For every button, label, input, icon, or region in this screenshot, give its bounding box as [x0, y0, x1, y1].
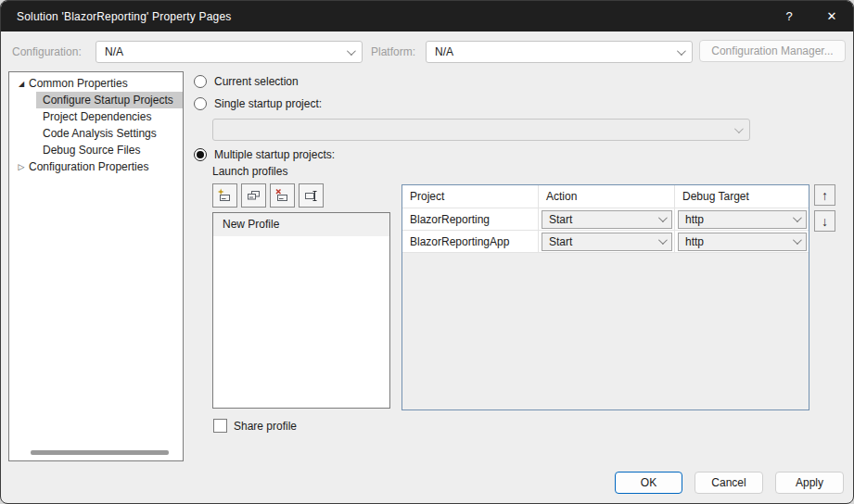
clone-profile-button[interactable] — [241, 183, 266, 208]
radio-label: Current selection — [214, 75, 299, 88]
table-row[interactable]: BlazorReporting Start http — [402, 208, 809, 231]
grid-header: Project Action Debug Target — [402, 185, 809, 208]
radio-label: Single startup project: — [214, 97, 322, 110]
property-tree: ◢ Common Properties Configure Startup Pr… — [8, 71, 184, 461]
radio-current-selection[interactable]: Current selection — [194, 75, 299, 88]
delete-profile-icon — [274, 188, 290, 203]
chevron-down-icon — [677, 46, 686, 56]
move-up-button[interactable]: ↑ — [814, 184, 835, 206]
configuration-label: Configuration: — [12, 45, 82, 58]
action-cell: Start — [539, 231, 675, 252]
profiles-list: New Profile — [212, 212, 390, 409]
chevron-down-icon — [658, 235, 668, 245]
ok-button[interactable]: OK — [615, 472, 682, 494]
debug-target-cell: http — [675, 208, 809, 230]
window-controls: ? ✕ — [768, 1, 853, 32]
chevron-down-icon — [793, 235, 802, 245]
table-row[interactable]: BlazorReportingApp Start http — [402, 231, 809, 253]
tree-item-code-analysis-settings[interactable]: Code Analysis Settings — [9, 125, 183, 142]
radio-label: Multiple startup projects: — [214, 148, 335, 161]
share-profile-label: Share profile — [234, 420, 297, 433]
move-down-button[interactable]: ↓ — [814, 210, 835, 232]
close-icon[interactable]: ✕ — [810, 1, 853, 32]
apply-button[interactable]: Apply — [775, 472, 844, 494]
tree-item-label: Code Analysis Settings — [43, 127, 157, 140]
tree-item-label: Debug Source Files — [43, 144, 140, 157]
list-item[interactable]: New Profile — [213, 213, 389, 236]
tree-item-configuration-properties[interactable]: ▷ Configuration Properties — [9, 158, 183, 175]
share-profile-checkbox-row[interactable]: Share profile — [213, 419, 297, 433]
arrow-up-icon: ↑ — [822, 188, 828, 203]
cancel-button[interactable]: Cancel — [695, 472, 763, 494]
radio-checked-icon[interactable] — [194, 148, 207, 161]
launch-profiles-label: Launch profiles — [212, 165, 287, 178]
tree-item-label: Configuration Properties — [29, 160, 148, 173]
radio-single-startup[interactable]: Single startup project: — [194, 97, 322, 110]
chevron-down-icon — [347, 46, 356, 56]
platform-label: Platform: — [371, 45, 415, 58]
debug-target-dropdown[interactable]: http — [678, 233, 807, 251]
column-header-debug-target[interactable]: Debug Target — [675, 185, 809, 208]
tree-item-label: Common Properties — [29, 77, 128, 90]
configuration-manager-button[interactable]: Configuration Manager... — [699, 40, 846, 62]
clone-profile-icon — [246, 188, 261, 203]
help-icon[interactable]: ? — [768, 1, 810, 32]
horizontal-scrollbar[interactable] — [31, 450, 169, 455]
tree-expanded-icon[interactable]: ◢ — [14, 80, 29, 88]
title-bar: Solution 'BlazorReporting' Property Page… — [1, 1, 853, 32]
delete-profile-button[interactable] — [270, 183, 295, 208]
action-dropdown[interactable]: Start — [542, 210, 672, 229]
property-pages-dialog: Solution 'BlazorReporting' Property Page… — [0, 0, 854, 504]
debug-target-value: http — [685, 235, 793, 248]
rename-profile-button[interactable] — [299, 183, 324, 208]
startup-projects-grid: Project Action Debug Target BlazorReport… — [402, 184, 809, 410]
radio-icon[interactable] — [194, 97, 207, 110]
debug-target-cell: http — [675, 231, 809, 252]
action-cell: Start — [539, 208, 675, 230]
checkbox-icon[interactable] — [213, 419, 227, 433]
tree-collapsed-icon[interactable]: ▷ — [14, 162, 29, 171]
new-profile-button[interactable] — [212, 183, 237, 208]
platform-value: N/A — [435, 45, 677, 58]
tree-item-label: Project Dependencies — [43, 110, 151, 123]
action-value: Start — [549, 213, 658, 226]
single-startup-project-dropdown[interactable] — [212, 119, 750, 141]
tree-item-debug-source-files[interactable]: Debug Source Files — [9, 142, 183, 158]
platform-dropdown[interactable]: N/A — [426, 41, 693, 63]
arrow-down-icon: ↓ — [822, 214, 828, 229]
project-cell[interactable]: BlazorReporting — [402, 208, 539, 230]
action-dropdown[interactable]: Start — [542, 233, 672, 251]
tree-item-configure-startup-projects[interactable]: Configure Startup Projects — [36, 92, 183, 108]
profiles-toolbar — [212, 183, 324, 208]
chevron-down-icon — [658, 213, 668, 222]
column-header-action[interactable]: Action — [539, 185, 675, 208]
configuration-dropdown[interactable]: N/A — [96, 41, 363, 63]
configuration-value: N/A — [105, 45, 347, 58]
column-header-project[interactable]: Project — [402, 185, 539, 208]
radio-multiple-startup[interactable]: Multiple startup projects: — [194, 148, 335, 161]
action-value: Start — [549, 235, 658, 248]
window-title: Solution 'BlazorReporting' Property Page… — [1, 10, 232, 23]
radio-icon[interactable] — [194, 75, 207, 88]
project-cell[interactable]: BlazorReportingApp — [402, 231, 539, 252]
debug-target-value: http — [685, 213, 793, 226]
tree-item-project-dependencies[interactable]: Project Dependencies — [9, 108, 183, 125]
tree-item-label: Configure Startup Projects — [43, 94, 173, 107]
chevron-down-icon — [793, 213, 802, 222]
chevron-down-icon — [734, 124, 744, 133]
new-profile-icon — [217, 188, 233, 203]
rename-profile-icon — [303, 188, 319, 203]
tree-item-common-properties[interactable]: ◢ Common Properties — [9, 75, 183, 92]
debug-target-dropdown[interactable]: http — [678, 210, 807, 229]
